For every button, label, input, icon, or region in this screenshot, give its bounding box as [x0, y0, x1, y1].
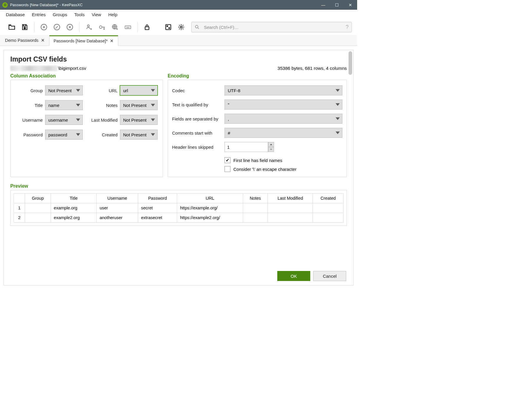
chevron-down-icon: [76, 133, 80, 136]
tab-label: Passwords [New Database]*: [54, 39, 108, 43]
preview-table: Group Title Username Password URL Notes …: [14, 193, 344, 223]
window-maximize-button[interactable]: ☐: [330, 0, 344, 10]
codec-label: Codec: [172, 88, 225, 93]
col-group[interactable]: Group: [25, 194, 51, 203]
chevron-down-icon: [76, 119, 80, 121]
scrollbar[interactable]: [349, 51, 352, 284]
ok-button[interactable]: OK: [277, 271, 310, 281]
copy-username-icon[interactable]: [83, 21, 95, 34]
svg-rect-8: [145, 27, 149, 30]
svg-rect-7: [125, 26, 131, 29]
col-lastmodified[interactable]: Last Modified: [268, 194, 313, 203]
chevron-down-icon: [151, 104, 155, 107]
lastmodified-combo[interactable]: Not Present: [120, 115, 158, 125]
password-generator-icon[interactable]: [162, 21, 175, 34]
menu-database[interactable]: Database: [2, 12, 28, 17]
close-icon[interactable]: ✕: [110, 38, 114, 44]
copy-password-icon[interactable]: [95, 21, 108, 34]
delete-entry-icon[interactable]: [63, 21, 76, 34]
menu-tools[interactable]: Tools: [71, 12, 88, 17]
menu-help[interactable]: Help: [105, 12, 121, 17]
table-row[interactable]: 2 example2.org anotheruser extrasecret h…: [14, 213, 344, 223]
url-combo[interactable]: url: [120, 85, 158, 95]
firstline-checkbox[interactable]: ✔: [225, 157, 230, 163]
page-title: Import CSV fields: [10, 55, 347, 63]
window-minimize-button[interactable]: —: [316, 0, 330, 10]
col-title[interactable]: Title: [51, 194, 97, 203]
toolbar: Search (Ctrl+F)… ?: [0, 19, 357, 35]
title-combo[interactable]: name: [45, 100, 83, 110]
comment-label: Comments start with: [172, 130, 225, 135]
comment-combo[interactable]: #: [225, 128, 342, 138]
svg-point-12: [180, 26, 182, 28]
new-entry-icon[interactable]: [37, 21, 50, 34]
headerskip-label: Header lines skipped: [172, 145, 225, 150]
close-icon[interactable]: ✕: [41, 38, 45, 43]
svg-point-10: [167, 26, 168, 27]
cancel-button[interactable]: Cancel: [313, 271, 346, 281]
encoding-box: Codec UTF-8 Text is qualified by " Field…: [168, 80, 347, 177]
table-row[interactable]: 1 example.org user secret https://exampl…: [14, 203, 344, 213]
chevron-down-icon: [151, 89, 155, 92]
row-index: 1: [14, 203, 25, 213]
menu-entries[interactable]: Entries: [28, 12, 49, 17]
chevron-down-icon: [336, 89, 340, 92]
search-help-icon[interactable]: ?: [346, 24, 349, 30]
codec-combo[interactable]: UTF-8: [225, 85, 342, 95]
copy-url-icon[interactable]: [108, 21, 121, 34]
lock-database-icon[interactable]: [141, 21, 154, 34]
import-stats: 35386 bytes, 681 rows, 4 columns: [278, 66, 347, 71]
group-combo[interactable]: Not Present: [45, 85, 83, 95]
svg-point-5: [99, 26, 102, 29]
separator-label: Fields are separated by: [172, 116, 225, 121]
save-database-icon[interactable]: [18, 21, 31, 34]
tab-passwords-new[interactable]: Passwords [New Database]* ✕: [49, 35, 118, 46]
password-label: Password: [15, 132, 43, 137]
window-close-button[interactable]: ✕: [344, 0, 357, 10]
content-area: Import CSV fields \bigimport.csv 35386 b…: [0, 46, 357, 290]
separator-combo[interactable]: ,: [225, 114, 342, 124]
import-filename: \bigimport.csv: [58, 66, 86, 71]
encoding-title: Encoding: [168, 73, 347, 79]
settings-icon[interactable]: [175, 21, 188, 34]
edit-entry-icon[interactable]: [50, 21, 63, 34]
search-icon: [194, 24, 200, 30]
svg-point-13: [195, 25, 198, 28]
headerskip-input[interactable]: [225, 142, 268, 152]
search-placeholder: Search (Ctrl+F)…: [204, 25, 239, 30]
open-database-icon[interactable]: [5, 21, 18, 34]
spin-down-icon[interactable]: [268, 147, 274, 152]
col-created[interactable]: Created: [313, 194, 344, 203]
qualifier-label: Text is qualified by: [172, 102, 225, 107]
tab-label: Demo Passwords: [5, 38, 39, 43]
svg-point-4: [88, 25, 90, 27]
redacted-path: [10, 66, 57, 71]
col-username[interactable]: Username: [97, 194, 138, 203]
menu-view[interactable]: View: [88, 12, 105, 17]
col-password[interactable]: Password: [138, 194, 177, 203]
notes-label: Notes: [85, 103, 118, 108]
username-combo[interactable]: username: [45, 115, 83, 125]
notes-combo[interactable]: Not Present: [120, 100, 158, 110]
qualifier-combo[interactable]: ": [225, 100, 342, 110]
firstline-label: First line has field names: [233, 158, 282, 163]
svg-point-0: [24, 27, 25, 29]
menu-groups[interactable]: Groups: [49, 12, 71, 17]
col-url[interactable]: URL: [177, 194, 243, 203]
col-notes[interactable]: Notes: [243, 194, 268, 203]
tab-demo-passwords[interactable]: Demo Passwords ✕: [1, 35, 49, 45]
chevron-down-icon: [336, 132, 340, 134]
escape-label: Consider '\' an escape character: [233, 167, 296, 172]
spin-up-icon[interactable]: [268, 142, 274, 147]
headerskip-spinner[interactable]: [268, 142, 274, 152]
created-combo[interactable]: Not Present: [120, 130, 158, 140]
escape-checkbox[interactable]: [225, 166, 230, 172]
search-box[interactable]: Search (Ctrl+F)… ?: [191, 22, 352, 32]
chevron-down-icon: [151, 133, 155, 136]
import-csv-panel: Import CSV fields \bigimport.csv 35386 b…: [4, 50, 354, 285]
database-tabbar: Demo Passwords ✕ Passwords [New Database…: [0, 35, 357, 46]
password-combo[interactable]: password: [45, 130, 83, 140]
column-association-box: Group Not Present URL url Title name Not…: [10, 80, 163, 177]
autotype-icon[interactable]: [121, 21, 134, 34]
window-title: Passwords [New Database]* - KeePassXC: [10, 3, 83, 7]
